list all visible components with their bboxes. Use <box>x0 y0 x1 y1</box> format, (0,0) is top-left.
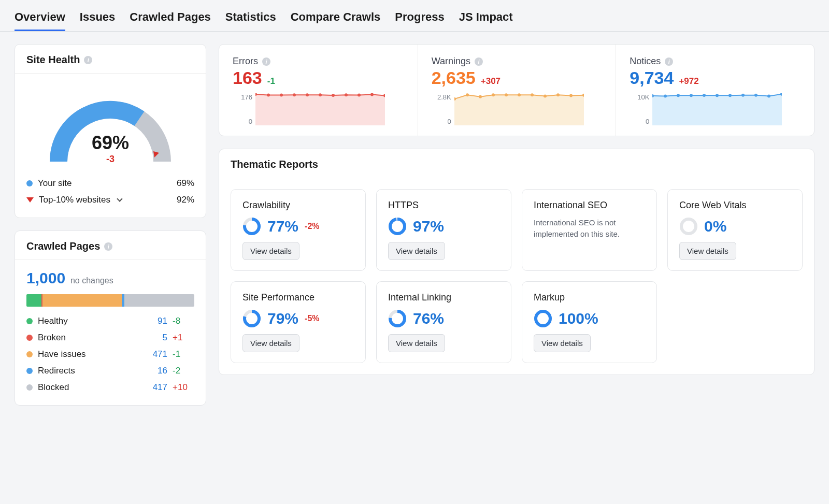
report-title: Crawlability <box>242 200 354 211</box>
cp-row-have-issues[interactable]: Have issues471-1 <box>26 346 194 363</box>
svg-point-13 <box>466 93 469 96</box>
svg-point-19 <box>544 95 547 98</box>
cp-segment-label: Have issues <box>38 349 86 359</box>
report-metric: 79%-5% <box>242 309 354 328</box>
axis-top: 10K <box>630 93 649 101</box>
tab-issues[interactable]: Issues <box>80 10 116 31</box>
cp-row-redirects[interactable]: Redirects16-2 <box>26 363 194 379</box>
dot-icon <box>26 335 33 341</box>
tab-compare-crawls[interactable]: Compare Crawls <box>291 10 381 31</box>
cp-segment-value: 5 <box>136 333 167 343</box>
metric-label: Warningsi <box>432 56 603 67</box>
info-icon[interactable]: i <box>665 57 673 66</box>
report-pct: 76% <box>413 310 444 327</box>
info-icon[interactable]: i <box>475 57 483 66</box>
metric-value: 163 <box>233 68 262 88</box>
svg-point-24 <box>664 95 667 98</box>
info-icon[interactable]: i <box>84 56 92 64</box>
tab-overview[interactable]: Overview <box>15 10 65 31</box>
svg-point-45 <box>536 311 550 326</box>
svg-point-16 <box>505 93 508 96</box>
tab-crawled-pages[interactable]: Crawled Pages <box>130 10 211 31</box>
crawled-pages-count[interactable]: 1,000 <box>26 269 65 286</box>
crawled-pages-table: Healthy91-8Broken5+1Have issues471-1Redi… <box>26 313 194 396</box>
progress-ring-icon <box>534 309 552 328</box>
cp-segment-delta: +10 <box>167 382 194 393</box>
legend-value: 92% <box>177 195 194 205</box>
thematic-reports-card: Thematic Reports Crawlability77%-2%View … <box>219 149 814 375</box>
sparkline-svg <box>255 93 385 125</box>
svg-point-21 <box>569 94 573 97</box>
view-details-button[interactable]: View details <box>534 334 591 352</box>
dot-icon <box>26 318 33 324</box>
svg-point-29 <box>728 94 732 97</box>
cp-segment-delta: -1 <box>167 349 194 359</box>
thematic-title: Thematic Reports <box>231 159 318 170</box>
svg-point-28 <box>716 94 719 97</box>
report-title: Internal Linking <box>388 292 499 303</box>
bar-segment-have-issues[interactable] <box>42 294 122 307</box>
legend-label: Your site <box>38 178 72 189</box>
info-icon[interactable]: i <box>104 242 112 251</box>
site-health-header: Site Health i <box>15 45 206 74</box>
dot-icon <box>26 384 33 391</box>
crawled-pages-note: no changes <box>70 276 113 285</box>
axis-bottom: 0 <box>432 118 451 125</box>
dot-icon <box>26 180 33 186</box>
crawled-pages-card: Crawled Pages i 1,000 no changes Healthy… <box>15 231 206 406</box>
metric-notices[interactable]: Noticesi9,734+97210K0 <box>616 45 814 136</box>
view-details-button[interactable]: View details <box>679 242 736 260</box>
svg-point-15 <box>492 93 495 96</box>
axis-bottom: 0 <box>630 118 649 125</box>
view-details-button[interactable]: View details <box>242 334 299 352</box>
thematic-header: Thematic Reports <box>219 149 814 178</box>
cp-segment-label: Blocked <box>38 382 69 393</box>
sparkline-svg <box>454 93 584 125</box>
view-details-button[interactable]: View details <box>242 242 299 260</box>
svg-point-26 <box>690 94 693 97</box>
svg-point-18 <box>531 93 534 96</box>
view-details-button[interactable]: View details <box>388 242 445 260</box>
legend-value: 69% <box>177 178 194 189</box>
cp-segment-value: 91 <box>136 316 167 326</box>
metric-value: 9,734 <box>630 68 674 88</box>
tab-js-impact[interactable]: JS Impact <box>459 10 513 31</box>
svg-point-14 <box>479 95 482 98</box>
metric-sparkline: 10K0 <box>630 93 801 125</box>
progress-ring-icon <box>242 217 261 236</box>
triangle-down-icon <box>26 197 34 203</box>
report-title: Core Web Vitals <box>679 200 791 211</box>
dot-icon <box>26 368 33 374</box>
progress-ring-icon <box>679 217 698 236</box>
chevron-down-icon <box>117 196 122 201</box>
report-metric: 0% <box>679 217 791 236</box>
report-pct: 97% <box>413 218 444 235</box>
cp-segment-delta: -2 <box>167 366 194 376</box>
metric-delta: -1 <box>267 76 275 87</box>
report-metric: 100% <box>534 309 645 328</box>
cp-segment-label: Healthy <box>38 316 68 326</box>
tab-statistics[interactable]: Statistics <box>225 10 276 31</box>
svg-point-17 <box>518 93 521 96</box>
crawled-pages-bar <box>26 294 194 307</box>
metric-warnings[interactable]: Warningsi2,635+3072.8K0 <box>418 45 616 136</box>
report-card-https: HTTPS97%View details <box>376 189 511 271</box>
cp-row-blocked[interactable]: Blocked417+10 <box>26 379 194 396</box>
site-health-score: 69% <box>92 132 129 154</box>
metric-errors[interactable]: Errorsi163-11760 <box>219 45 418 136</box>
info-icon[interactable]: i <box>262 57 270 66</box>
svg-point-2 <box>267 94 270 97</box>
bar-segment-blocked[interactable] <box>124 294 194 307</box>
view-details-button[interactable]: View details <box>388 334 445 352</box>
bar-segment-healthy[interactable] <box>26 294 41 307</box>
cp-row-healthy[interactable]: Healthy91-8 <box>26 313 194 329</box>
svg-point-7 <box>332 94 335 97</box>
tab-progress[interactable]: Progress <box>395 10 444 31</box>
svg-point-31 <box>754 94 757 97</box>
crawled-pages-title: Crawled Pages <box>26 240 100 252</box>
report-title: Site Performance <box>242 292 354 303</box>
report-card-internal-linking: Internal Linking76%View details <box>376 281 511 363</box>
svg-point-8 <box>345 93 348 96</box>
cp-row-broken[interactable]: Broken5+1 <box>26 329 194 346</box>
legend-top10[interactable]: Top-10% websites 92% <box>26 192 194 208</box>
